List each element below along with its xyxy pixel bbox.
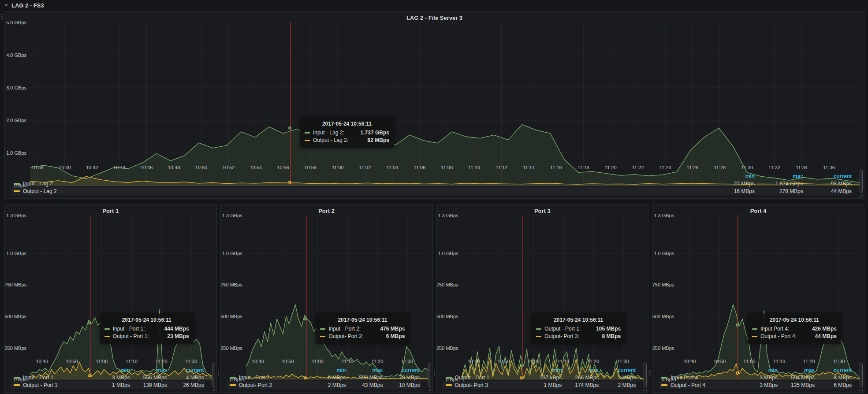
legend-series-name[interactable]: Output- Port 3 [446, 382, 525, 388]
x-axis-label: 11:34 [793, 165, 811, 170]
legend-min-value: 1 MBps [93, 382, 130, 388]
series-color-dash-icon [536, 328, 541, 330]
tooltip-series-value: 1.737 GBps [353, 129, 389, 137]
x-axis-label: 10:52 [220, 165, 237, 170]
y-axis: 1.3 GBps1.0 GBps750 MBps500 MBps250 MBps… [5, 216, 30, 357]
panel-title[interactable]: Port 3 [437, 204, 648, 216]
x-axis: 10:4010:5011:0011:1011:2011:30 [462, 357, 644, 366]
y-axis-label: 0 Bps [14, 183, 26, 188]
legend-min-value: 2 MBps [309, 382, 346, 388]
tooltip-series-value: 105 MBps [588, 325, 621, 333]
x-axis-label: 11:30 [399, 359, 416, 364]
panel-drag-handle-icon[interactable] [434, 370, 435, 375]
tooltip-series-value: 6 MBps [378, 333, 405, 340]
legend-series-name[interactable]: Output - Port 4 [661, 382, 741, 388]
resize-grip-icon[interactable] [642, 387, 648, 392]
x-axis-label: 11:20 [585, 359, 602, 364]
panel-title[interactable]: LAG 2 - File Server 3 [5, 11, 864, 22]
tooltip: 2017-05-24 10:56:11Input Port 4:426 MBps… [748, 314, 841, 344]
x-axis-label: 11:06 [411, 165, 428, 170]
resize-grip-icon[interactable] [427, 387, 432, 392]
series-color-dash-icon [14, 384, 20, 386]
chart-svg [30, 216, 212, 379]
y-axis-label: 750 MBps [436, 282, 458, 287]
panel-port-1: Port 1 1.3 GBps1.0 GBps750 MBps500 MBps2… [4, 204, 217, 393]
x-axis: 10:4010:5011:0011:1011:2011:30 [30, 357, 212, 366]
tooltip-series-row: Output - Port 4:44 MBps [752, 333, 837, 340]
tooltip: 2017-05-24 10:56:11Input - Port 1:444 MB… [100, 314, 194, 344]
legend-scrollbar[interactable] [860, 363, 863, 387]
x-axis-label: 11:00 [525, 359, 542, 364]
x-axis-label: 11:16 [547, 165, 565, 170]
legend-scrollbar[interactable] [860, 169, 863, 193]
y-axis-label: 1.0 GBps [438, 251, 458, 256]
x-axis-label: 11:30 [830, 359, 848, 364]
series-color-dash-icon [446, 384, 452, 386]
legend-series-label: Output - Port 4 [671, 382, 705, 388]
legend-scrollbar[interactable] [212, 363, 215, 387]
x-axis-label: 10:46 [138, 165, 156, 170]
y-axis-label: 1.0 GBps [6, 150, 26, 156]
legend-series-name[interactable]: Output - Lag 2 [14, 188, 706, 194]
panel-title[interactable]: Port 1 [5, 204, 216, 216]
row-title[interactable]: LAG 2 - FS3 [11, 2, 44, 9]
legend-series-label: Output - Port 1 [23, 382, 58, 388]
x-axis-label: 11:36 [820, 165, 838, 170]
x-axis-label: 11:00 [329, 165, 346, 170]
tooltip-timestamp: 2017-05-24 10:56:11 [752, 317, 837, 323]
y-axis-label: 1.0 GBps [222, 251, 242, 256]
tooltip-series-label: Input - Lag 2: [313, 129, 344, 137]
tooltip-series-row: Input - Port 2:476 MBps [320, 325, 405, 333]
tooltip-series-value: 426 MBps [804, 325, 837, 333]
y-axis-label: 500 MBps [220, 314, 242, 319]
tooltip-series-value: 44 MBps [807, 333, 837, 340]
chevron-down-icon[interactable] [4, 3, 8, 7]
legend-current-value: 2 MBps [599, 382, 636, 388]
tooltip: 2017-05-24 10:56:11Output - Port 1:105 M… [532, 314, 625, 344]
legend-series-name[interactable]: Output - Port 1 [14, 382, 93, 388]
plot-area[interactable]: 2017-05-24 10:56:11Input Port 4:426 MBps… [678, 216, 860, 357]
tooltip-series-label: Output - Port 4: [760, 333, 797, 340]
series-color-dash-icon [104, 328, 110, 330]
legend-max-value: 139 MBps [130, 382, 167, 388]
legend-min-value: 3 MBps [741, 382, 778, 388]
panel-title[interactable]: Port 4 [652, 204, 864, 216]
tooltip: 2017-05-24 10:56:11Input - Lag 2:1.737 G… [300, 118, 394, 148]
panel-drag-handle-icon[interactable] [218, 370, 219, 375]
x-axis-label: 11:14 [520, 165, 537, 170]
x-axis-label: 10:50 [63, 359, 81, 364]
series-color-dash-icon [661, 384, 667, 386]
tooltip-series-value: 8 MBps [594, 333, 621, 340]
series-color-dash-icon [305, 140, 310, 141]
plot-area[interactable]: 2017-05-24 10:56:11Input - Port 1:444 MB… [30, 216, 212, 357]
resize-grip-icon[interactable] [858, 387, 864, 392]
y-axis-label: 0 Bps [14, 377, 26, 382]
chart-svg [462, 216, 644, 379]
x-axis-label: 11:30 [614, 359, 632, 364]
panel-title[interactable]: Port 2 [221, 204, 432, 216]
panel-drag-handle-icon[interactable] [649, 370, 651, 375]
y-axis-label: 1.3 GBps [438, 213, 458, 218]
tooltip-series-row: Input Port 4:426 MBps [752, 325, 837, 333]
panel-drag-handle-icon[interactable] [1, 14, 3, 19]
plot-area[interactable]: 2017-05-24 10:56:11Input - Lag 2:1.737 G… [30, 22, 860, 163]
panel-port-3: Port 3 1.3 GBps1.0 GBps750 MBps500 MBps2… [436, 204, 649, 393]
legend-scrollbar[interactable] [644, 363, 647, 387]
plot-area[interactable]: 2017-05-24 10:56:11Input - Port 2:476 MB… [246, 216, 428, 357]
legend-series-name[interactable]: Output- Port 2 [230, 382, 309, 388]
y-axis: 1.3 GBps1.0 GBps750 MBps500 MBps250 MBps… [221, 216, 246, 357]
x-axis-label: 10:42 [83, 165, 101, 170]
tooltip-series-label: Input - Port 1: [113, 325, 145, 333]
tooltip-series-label: Output - Port 1: [113, 333, 149, 340]
legend-min-value: 16 MBps [706, 188, 755, 194]
dashboard-row-header[interactable]: LAG 2 - FS3 [0, 0, 868, 11]
x-axis-label: 11:28 [711, 165, 729, 170]
x-axis-label: 10:40 [56, 165, 74, 170]
resize-grip-icon[interactable] [858, 193, 864, 198]
plot-area[interactable]: 2017-05-24 10:56:11Output - Port 1:105 M… [462, 216, 644, 357]
resize-grip-icon[interactable] [211, 387, 216, 392]
legend-scrollbar[interactable] [428, 363, 431, 387]
panel-port-2: Port 2 1.3 GBps1.0 GBps750 MBps500 MBps2… [220, 204, 433, 393]
y-axis-label: 0 Bps [446, 377, 458, 382]
x-axis: 10:4010:5011:0011:1011:2011:30 [678, 357, 860, 366]
